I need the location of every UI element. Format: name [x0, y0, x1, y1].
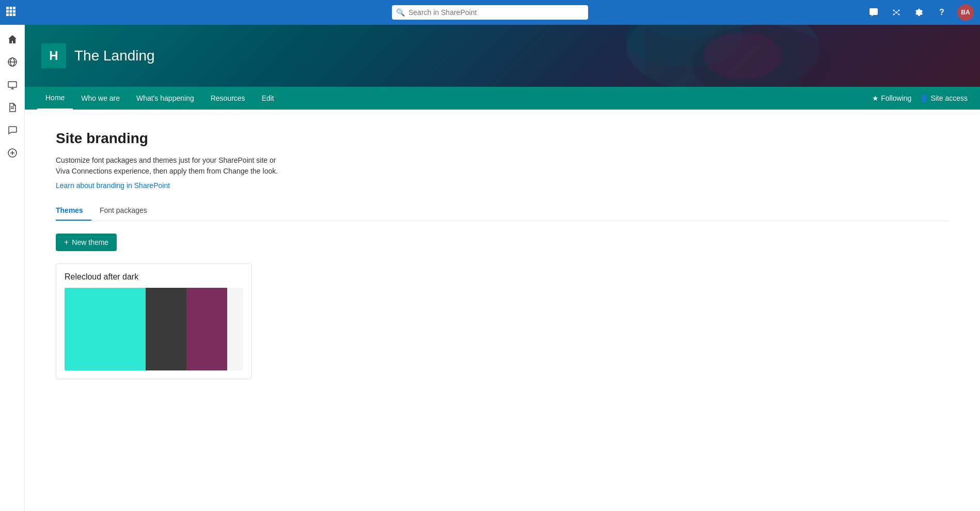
following-label: Following: [881, 94, 911, 102]
page-title: Site branding: [56, 130, 949, 147]
svg-point-32: [704, 33, 781, 79]
svg-line-16: [894, 12, 896, 14]
sidebar-item-tv[interactable]: [2, 74, 23, 95]
svg-rect-6: [6, 13, 9, 16]
search-icon: 🔍: [396, 8, 405, 17]
nav-item-home[interactable]: Home: [37, 87, 73, 110]
svg-rect-3: [6, 10, 9, 12]
plus-icon: +: [64, 238, 69, 247]
settings-icon[interactable]: [912, 5, 926, 20]
nav-item-who-we-are[interactable]: Who we are: [73, 87, 128, 110]
help-icon[interactable]: ?: [935, 5, 949, 20]
svg-rect-21: [8, 82, 17, 87]
top-bar-right: ? BA: [866, 4, 974, 21]
learn-link[interactable]: Learn about branding in SharePoint: [56, 181, 170, 190]
new-theme-label: New theme: [72, 238, 108, 246]
tab-font-packages[interactable]: Font packages: [100, 202, 155, 221]
site-header: H The Landing: [25, 25, 980, 87]
search-bar[interactable]: 🔍: [392, 5, 588, 20]
sidebar-item-document[interactable]: [2, 97, 23, 118]
star-icon: ★: [872, 94, 879, 102]
avatar[interactable]: BA: [957, 4, 974, 21]
sidebar-item-add[interactable]: [2, 143, 23, 163]
nav-following[interactable]: ★ Following: [872, 94, 911, 102]
svg-rect-7: [10, 13, 12, 16]
theme-card: Relecloud after dark: [56, 264, 252, 379]
nav-item-whats-happening[interactable]: What's happening: [128, 87, 202, 110]
waffle-icon[interactable]: [6, 7, 15, 19]
site-logo: H: [41, 43, 66, 68]
nav-site-access[interactable]: 👤 Site access: [920, 94, 968, 102]
theme-color-swatches: [65, 288, 243, 370]
new-theme-button[interactable]: + New theme: [56, 234, 117, 251]
swatch-dark: [146, 288, 186, 370]
svg-rect-5: [13, 10, 15, 12]
swatch-cyan: [65, 288, 146, 370]
swatch-purple: [186, 288, 227, 370]
svg-rect-1: [10, 7, 12, 9]
person-icon: 👤: [920, 94, 928, 102]
sidebar-item-globe[interactable]: [2, 52, 23, 72]
tabs: Themes Font packages: [56, 202, 949, 221]
svg-line-15: [896, 10, 899, 12]
site-access-label: Site access: [930, 94, 968, 102]
nav-bar: Home Who we are What's happening Resourc…: [25, 87, 980, 110]
svg-rect-0: [6, 7, 9, 9]
svg-rect-2: [13, 7, 15, 9]
sidebar-item-home[interactable]: [2, 29, 23, 50]
network-icon[interactable]: [889, 5, 904, 20]
nav-right: ★ Following 👤 Site access: [872, 94, 968, 102]
tab-themes[interactable]: Themes: [56, 202, 91, 221]
swatch-white: [227, 288, 243, 370]
svg-line-14: [894, 10, 896, 12]
nav-item-resources[interactable]: Resources: [202, 87, 254, 110]
search-input[interactable]: [392, 5, 588, 20]
svg-line-17: [896, 12, 899, 14]
main-content: Site branding Customize font packages an…: [25, 110, 980, 511]
svg-rect-8: [13, 13, 15, 16]
chat-icon[interactable]: [866, 5, 881, 20]
sidebar: [0, 25, 25, 511]
svg-rect-4: [10, 10, 12, 12]
page-description: Customize font packages and themes just …: [56, 155, 283, 177]
site-title: The Landing: [74, 48, 155, 64]
nav-item-edit[interactable]: Edit: [254, 87, 282, 110]
sidebar-item-chat[interactable]: [2, 120, 23, 141]
theme-card-name: Relecloud after dark: [65, 272, 243, 282]
top-bar: 🔍 ? BA: [0, 0, 980, 25]
